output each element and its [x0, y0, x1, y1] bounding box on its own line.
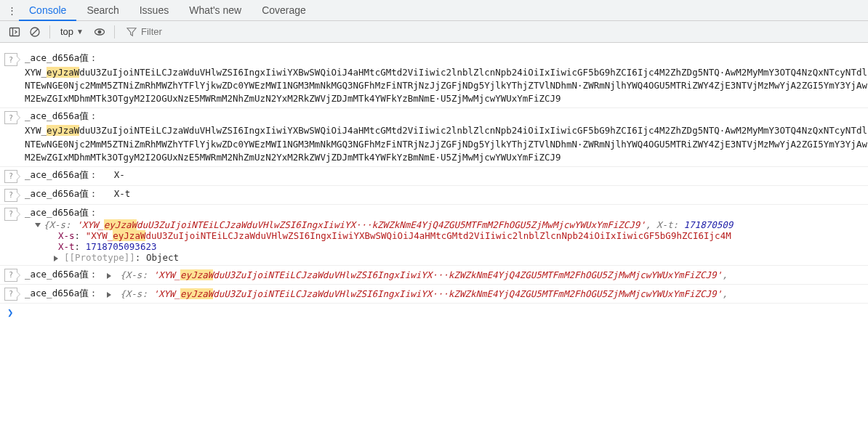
console-prompt[interactable]: ❯ [0, 303, 868, 321]
filter-input[interactable] [141, 26, 199, 37]
chevron-down-icon: ▼ [76, 28, 84, 36]
tab-console[interactable]: Console [19, 0, 76, 21]
log-value[interactable]: XYW_eyJzaWduU3ZuIjoiNTEiLCJzaWduVHlwZSI6… [25, 123, 868, 163]
log-label: _ace_d656a值： [25, 188, 98, 199]
tab-search[interactable]: Search [76, 0, 129, 21]
console-toolbar: top ▼ [0, 21, 868, 43]
tab-coverage[interactable]: Coverage [252, 0, 316, 21]
log-level-icon: ? [4, 189, 17, 202]
log-label: _ace_d656a值： [25, 110, 98, 121]
object-property[interactable]: X-s: "XYW_eyJzaWduU3ZuIjoiNTEiLCJzaWduVH… [25, 230, 868, 241]
log-label: _ace_d656a值： [25, 52, 98, 63]
log-row: ? _ace_d656a值： X-t [0, 185, 868, 204]
log-row: ? _ace_d656a值： {X-s: 'XYW_eyJzaWduU3ZuIj… [0, 204, 868, 265]
log-row: ? _ace_d656a值： XYW_eyJzaWduU3ZuIjoiNTEiL… [0, 50, 868, 107]
log-value[interactable]: X- [104, 169, 125, 180]
svg-rect-0 [10, 28, 20, 36]
toggle-sidebar-button[interactable] [6, 23, 23, 41]
log-value[interactable]: XYW_eyJzaWduU3ZuIjoiNTEiLCJzaWduVHlwZSI6… [25, 65, 868, 105]
svg-line-3 [32, 29, 38, 35]
divider [49, 25, 50, 38]
log-level-icon: ? [4, 269, 17, 282]
clear-console-button[interactable] [26, 23, 44, 41]
log-level-icon: ? [4, 53, 17, 66]
filter-icon [126, 27, 137, 37]
devtools-tabs: ⋮ Console Search Issues What's new Cover… [0, 0, 868, 21]
expand-toggle[interactable] [54, 256, 58, 261]
log-level-icon: ? [4, 170, 17, 183]
more-icon[interactable]: ⋮ [4, 5, 19, 16]
console-log-area: ? _ace_d656a值： XYW_eyJzaWduU3ZuIjoiNTEiL… [0, 50, 868, 321]
log-level-icon: ? [4, 288, 17, 301]
log-row: ? _ace_d656a值： XYW_eyJzaWduU3ZuIjoiNTEiL… [0, 107, 868, 166]
object-summary[interactable]: {X-s: 'XYW_eyJzaWduU3ZuIjoiNTEiLCJzaWduV… [120, 269, 868, 280]
log-label: _ace_d656a值： [25, 269, 98, 281]
log-label: _ace_d656a值： [25, 207, 98, 218]
context-selector[interactable]: top ▼ [56, 24, 88, 40]
context-label: top [60, 26, 73, 37]
divider [114, 25, 115, 38]
object-prototype[interactable]: [[Prototype]]: Object [25, 252, 868, 263]
tab-whatsnew[interactable]: What's new [179, 0, 252, 21]
log-row: ? _ace_d656a值： X- [0, 166, 868, 185]
log-row: ? _ace_d656a值： {X-s: 'XYW_eyJzaWduU3ZuIj… [0, 284, 868, 303]
object-property[interactable]: X-t: 1718705093623 [25, 241, 868, 252]
log-label: _ace_d656a值： [25, 169, 98, 180]
filter-wrap [121, 24, 205, 40]
object-summary[interactable]: {X-s: 'XYW_eyJzaWduU3ZuIjoiNTEiLCJzaWduV… [120, 288, 868, 299]
expand-toggle[interactable] [107, 273, 111, 279]
live-expression-button[interactable] [91, 23, 108, 41]
expand-toggle[interactable] [107, 292, 111, 298]
log-label: _ace_d656a值： [25, 288, 98, 300]
expand-toggle[interactable] [35, 223, 41, 227]
log-level-icon: ? [4, 208, 17, 221]
svg-marker-6 [127, 28, 136, 36]
tab-issues[interactable]: Issues [129, 0, 179, 21]
svg-point-5 [98, 31, 101, 33]
log-row: ? _ace_d656a值： {X-s: 'XYW_eyJzaWduU3ZuIj… [0, 265, 868, 284]
log-level-icon: ? [4, 111, 17, 124]
object-summary[interactable]: {X-s: 'XYW_eyJzaWduU3ZuIjoiNTEiLCJzaWduV… [44, 219, 868, 230]
log-value[interactable]: X-t [104, 188, 131, 199]
